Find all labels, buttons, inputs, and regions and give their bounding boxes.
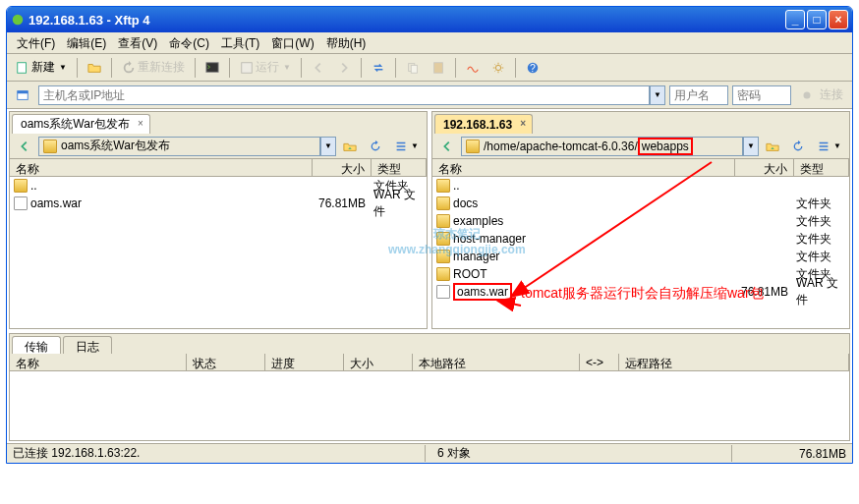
menu-file[interactable]: 文件(F) <box>11 32 61 53</box>
local-file-list[interactable]: .. 文件夹 oams.war 76.81MB WAR 文件 <box>10 177 427 328</box>
maximize-button[interactable]: □ <box>807 10 827 29</box>
menubar: 文件(F) 编辑(E) 查看(V) 命令(C) 工具(T) 窗口(W) 帮助(H… <box>7 32 852 54</box>
arrow-left-icon <box>440 140 454 153</box>
list-item[interactable]: host-manager文件夹 <box>432 230 849 248</box>
status-objects: 6 对象 <box>437 445 732 462</box>
remote-path-input[interactable]: /home/apache-tomcat-6.0.36/webapps <box>461 137 743 156</box>
list-item[interactable]: manager文件夹 <box>432 248 849 265</box>
terminal-button[interactable] <box>200 57 224 79</box>
xcol-local[interactable]: 本地路径 <box>413 354 580 370</box>
col-size[interactable]: 大小 <box>313 159 372 176</box>
reconnect-button[interactable]: 重新连接 <box>117 57 190 79</box>
remote-list-header: 名称 大小 类型 <box>432 159 849 177</box>
transfer-area: 传输 日志 名称 状态 进度 大小 本地路径 <-> 远程路径 <box>9 333 850 441</box>
menu-view[interactable]: 查看(V) <box>112 32 163 53</box>
paste-button[interactable] <box>427 57 450 79</box>
close-button[interactable]: × <box>829 10 848 29</box>
menu-help[interactable]: 帮助(H) <box>320 32 372 53</box>
hostbar-icon-button[interactable] <box>11 84 34 106</box>
transfer-tabs: 传输 日志 <box>10 334 849 354</box>
separator <box>111 58 112 78</box>
connect-icon <box>800 88 814 102</box>
tab-log[interactable]: 日志 <box>63 336 112 354</box>
list-item[interactable]: .. <box>432 177 849 195</box>
menu-tools[interactable]: 工具(T) <box>215 32 265 53</box>
svg-point-7 <box>495 65 500 70</box>
folder-icon <box>436 267 450 281</box>
folder-icon <box>436 179 450 193</box>
col-type[interactable]: 类型 <box>372 159 427 176</box>
xcol-name[interactable]: 名称 <box>10 354 187 370</box>
new-button[interactable]: 新建▼ <box>11 57 72 79</box>
nav-back-button[interactable] <box>307 57 330 79</box>
local-tabbar: oams系统War包发布× <box>10 112 427 134</box>
list-item[interactable]: examples文件夹 <box>432 212 849 230</box>
col-name[interactable]: 名称 <box>10 159 313 176</box>
sync-button[interactable] <box>367 57 390 79</box>
transfer-list[interactable] <box>10 371 849 440</box>
list-item[interactable]: ROOT文件夹 <box>432 265 849 283</box>
xcol-remote[interactable]: 远程路径 <box>619 354 849 370</box>
remote-refresh-button[interactable] <box>786 136 810 157</box>
refresh-icon <box>791 140 805 153</box>
remote-view-button[interactable]: ▼ <box>812 136 846 157</box>
nav-back-remote[interactable] <box>435 136 459 157</box>
separator <box>455 58 456 78</box>
status-connection: 已连接 192.168.1.63:22. <box>13 445 426 462</box>
remote-file-list[interactable]: .. docs文件夹 examples文件夹 host-manager文件夹 m… <box>432 177 849 328</box>
remote-tab[interactable]: 192.168.1.63× <box>434 114 533 134</box>
folder-icon <box>14 179 28 193</box>
local-list-header: 名称 大小 类型 <box>10 159 427 177</box>
remote-path-dropdown[interactable]: ▼ <box>743 137 759 156</box>
username-input[interactable] <box>669 85 728 105</box>
tool-button-1[interactable] <box>461 57 485 79</box>
tool-button-2[interactable] <box>487 57 510 79</box>
local-view-button[interactable]: ▼ <box>389 136 424 157</box>
xcol-dir[interactable]: <-> <box>580 354 619 370</box>
svg-rect-2 <box>206 62 218 72</box>
open-button[interactable] <box>83 57 106 79</box>
menu-edit[interactable]: 编辑(E) <box>61 32 112 53</box>
local-path-input[interactable]: oams系统War包发布 <box>38 137 320 156</box>
host-dropdown-button[interactable]: ▼ <box>650 85 665 105</box>
local-pathbar: oams系统War包发布 ▼ ▼ <box>10 134 427 159</box>
minimize-button[interactable]: _ <box>785 10 805 29</box>
nav-forward-button[interactable] <box>332 57 356 79</box>
local-up-button[interactable] <box>338 136 362 157</box>
help-button[interactable]: ? <box>521 57 544 79</box>
local-refresh-button[interactable] <box>364 136 387 157</box>
local-pane: oams系统War包发布× oams系统War包发布 ▼ ▼ 名称 大小 类型 … <box>9 111 428 329</box>
run-button[interactable]: 运行▼ <box>235 57 296 79</box>
folder-icon <box>436 232 450 246</box>
tab-close-button[interactable]: × <box>517 118 529 130</box>
separator <box>515 58 516 78</box>
refresh-icon <box>369 140 382 153</box>
password-input[interactable] <box>732 85 791 105</box>
tab-close-button[interactable]: × <box>135 118 146 130</box>
svg-rect-1 <box>18 62 27 73</box>
xcol-status[interactable]: 状态 <box>187 354 265 370</box>
tab-transfer[interactable]: 传输 <box>12 336 61 354</box>
menu-window[interactable]: 窗口(W) <box>265 32 319 53</box>
xcol-progress[interactable]: 进度 <box>265 354 344 370</box>
host-input[interactable] <box>38 85 650 105</box>
app-icon <box>11 13 25 27</box>
list-item[interactable]: docs文件夹 <box>432 195 849 212</box>
nav-back-local[interactable] <box>13 136 36 157</box>
col-type[interactable]: 类型 <box>794 159 849 176</box>
connect-button[interactable]: 连接 <box>795 84 848 106</box>
local-path-dropdown[interactable]: ▼ <box>320 137 336 156</box>
reconnect-icon <box>122 61 136 75</box>
list-item[interactable]: oams.war 76.81MB WAR 文件 <box>10 195 427 212</box>
chevron-down-icon: ▼ <box>324 141 332 150</box>
xcol-size[interactable]: 大小 <box>344 354 413 370</box>
remote-up-button[interactable] <box>761 136 784 157</box>
list-item[interactable]: .. 文件夹 <box>10 177 427 195</box>
copy-button[interactable] <box>401 57 425 79</box>
col-name[interactable]: 名称 <box>432 159 735 176</box>
titlebar[interactable]: 192.168.1.63 - Xftp 4 _ □ × <box>7 7 852 32</box>
local-tab[interactable]: oams系统War包发布× <box>12 114 150 134</box>
arrow-left-icon <box>18 140 31 153</box>
col-size[interactable]: 大小 <box>735 159 794 176</box>
menu-command[interactable]: 命令(C) <box>163 32 215 53</box>
